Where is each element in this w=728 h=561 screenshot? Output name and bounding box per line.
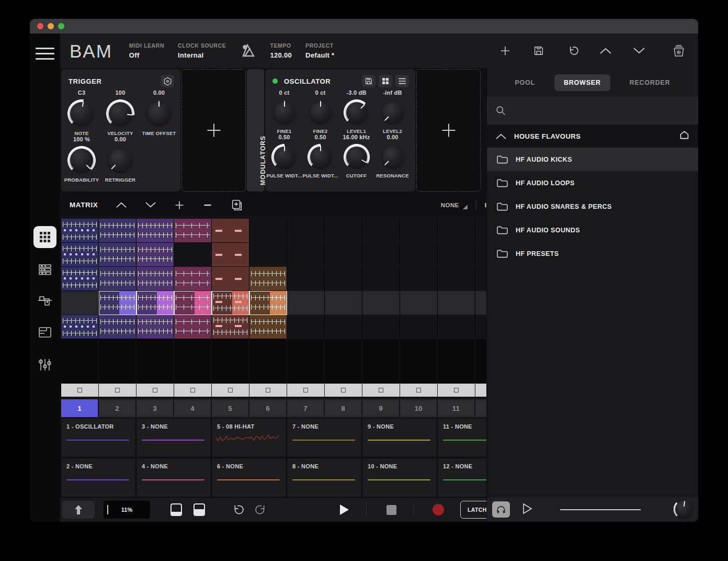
track-pad-8[interactable]: 8 - NONE	[287, 458, 361, 497]
matrix-cell-r1-c8[interactable]	[325, 219, 362, 243]
track-pad-10[interactable]: 10 - NONE	[362, 458, 437, 497]
knob-fine2[interactable]: 0 ct FINE2	[302, 89, 338, 134]
scene-checkbox-8[interactable]	[325, 384, 362, 397]
scene-number-1[interactable]: 1	[61, 399, 98, 417]
matrix-cell-r3-c8[interactable]	[325, 267, 362, 291]
project-control[interactable]: PROJECT Default *	[305, 42, 334, 59]
scene-number-2[interactable]: 2	[99, 399, 135, 417]
matrix-remove-button[interactable]	[202, 200, 213, 210]
matrix-cell-r3-c4[interactable]	[174, 267, 212, 291]
matrix-cell-r1-c4[interactable]	[174, 219, 212, 243]
knob-time-offset[interactable]: 0.00 TIME OFFSET	[140, 89, 178, 136]
scene-checkbox-6[interactable]	[249, 384, 287, 397]
knob-cutoff[interactable]: 16.00 kHz CUTOFF	[338, 134, 374, 178]
scene-number-8[interactable]: 8	[325, 399, 361, 417]
matrix-cell-r4-c2[interactable]	[99, 291, 136, 315]
folder-row-hf-audio-sounds[interactable]: HF AUDIO SOUNDS	[487, 218, 698, 242]
matrix-cell-r4-c10[interactable]	[400, 291, 438, 315]
knob-level2[interactable]: -inf dB LEVEL2	[374, 89, 411, 134]
track-pad-2[interactable]: 2 - NONE	[61, 458, 135, 497]
pack-header-row[interactable]: HOUSE FLAVOURS	[487, 125, 698, 148]
new-project-button[interactable]	[498, 44, 512, 58]
scene-checkbox-10[interactable]	[400, 384, 438, 397]
collapse-panel-button[interactable]	[62, 501, 95, 519]
modular-view-button[interactable]	[33, 290, 56, 312]
matrix-mode-dropdown[interactable]: NONE	[441, 202, 468, 208]
track-pad-4[interactable]: 4 - NONE	[136, 458, 211, 497]
matrix-cell-r4-c11[interactable]	[438, 291, 475, 315]
mixer-view-button[interactable]	[33, 354, 56, 376]
matrix-cell-r3-c5[interactable]	[212, 267, 249, 291]
matrix-cell-r5-c9[interactable]	[362, 315, 400, 339]
matrix-cell-r3-c7[interactable]	[287, 267, 325, 291]
matrix-cell-r3-c11[interactable]	[438, 267, 475, 291]
trigger-settings-icon[interactable]	[161, 75, 174, 87]
matrix-cell-r3-c9[interactable]	[362, 267, 400, 291]
scene-checkbox-3[interactable]	[136, 384, 174, 397]
matrix-cell-r2-c3[interactable]	[136, 243, 174, 267]
matrix-cell-r2-c6[interactable]	[249, 243, 287, 267]
folder-row-hf-presets[interactable]: HF PRESETS	[487, 242, 698, 265]
folder-row-hf-audio-kicks[interactable]: HF AUDIO KICKS	[487, 148, 698, 171]
preview-play-button[interactable]	[521, 502, 533, 517]
matrix-cell-r2-c11[interactable]	[438, 243, 475, 267]
matrix-cell-r5-c7[interactable]	[287, 315, 325, 339]
matrix-cell-r1-c1[interactable]	[61, 219, 99, 243]
knob-fine1[interactable]: 0 ct FINE1	[266, 89, 302, 134]
matrix-cell-r5-c6[interactable]	[249, 315, 287, 339]
collapse-up-button[interactable]	[599, 44, 612, 58]
matrix-cell-r4-c9[interactable]	[362, 291, 400, 315]
matrix-cell-r4-c5[interactable]	[212, 291, 249, 315]
knob-pulse-widt-[interactable]: 0.50 PULSE WIDT...	[266, 134, 302, 178]
minimize-window-button[interactable]	[48, 23, 54, 29]
scene-checkbox-2[interactable]	[99, 384, 136, 397]
tab-recorder[interactable]: RECORDER	[620, 74, 680, 91]
knob-resonance[interactable]: 0.00 RESONANCE	[374, 134, 411, 178]
matrix-cell-r1-c3[interactable]	[136, 219, 174, 243]
matrix-cell-r1-c11[interactable]	[438, 219, 475, 243]
track-pad-7[interactable]: 7 - NONE	[287, 419, 361, 457]
track-pad-5[interactable]: 5 - 08 HI-HAT	[212, 419, 286, 457]
stop-button[interactable]	[383, 501, 399, 519]
matrix-cell-r2-c7[interactable]	[287, 243, 325, 267]
track-pad-6[interactable]: 6 - NONE	[212, 458, 286, 497]
undo-edit-button[interactable]	[229, 501, 245, 519]
matrix-cell-r1-c7[interactable]	[287, 219, 325, 243]
knob-level1[interactable]: -3.0 dB LEVEL1	[338, 89, 374, 134]
bottom-panel-small-icon[interactable]	[168, 501, 184, 519]
scene-number-7[interactable]: 7	[287, 399, 324, 417]
scene-checkbox-4[interactable]	[174, 384, 212, 397]
matrix-cell-r2-c10[interactable]	[400, 243, 438, 267]
menu-icon[interactable]	[36, 44, 54, 63]
scene-number-3[interactable]: 3	[136, 399, 173, 417]
window-titlebar[interactable]	[30, 19, 698, 33]
matrix-cell-r1-c5[interactable]	[212, 219, 249, 243]
matrix-cell-r5-c8[interactable]	[325, 315, 362, 339]
matrix-cell-r3-c6[interactable]	[249, 267, 287, 291]
undo-button[interactable]	[565, 44, 579, 58]
arranger-view-button[interactable]	[33, 321, 56, 343]
redo-edit-button[interactable]	[254, 501, 269, 519]
knob-pulse-widt-[interactable]: 0.50 PULSE WIDT...	[302, 134, 338, 178]
folder-row-hf-audio-loops[interactable]: HF AUDIO LOOPS	[487, 171, 698, 195]
tab-browser[interactable]: BROWSER	[554, 74, 610, 91]
tempo-control[interactable]: TEMPO 120.00	[270, 42, 292, 59]
track-pad-1[interactable]: 1 - OSCILLATOR	[61, 419, 135, 457]
modulators-tab[interactable]: MODULATORS	[247, 69, 264, 192]
matrix-cell-r4-c8[interactable]	[325, 291, 362, 315]
matrix-cell-r2-c5[interactable]	[212, 243, 249, 267]
knob-probability[interactable]: 100 % PROBABILITY	[62, 136, 101, 183]
matrix-cell-r4-c4[interactable]	[174, 291, 212, 315]
midi-learn-control[interactable]: MIDI LEARN Off	[129, 42, 164, 59]
scene-number-5[interactable]: 5	[212, 399, 248, 417]
matrix-cell-r4-c7[interactable]	[287, 291, 325, 315]
matrix-cell-r2-c9[interactable]	[362, 243, 400, 267]
matrix-cell-r2-c1[interactable]	[61, 243, 99, 267]
matrix-duplicate-button[interactable]	[231, 199, 243, 211]
record-button[interactable]	[430, 501, 446, 519]
matrix-add-button[interactable]	[174, 200, 185, 210]
matrix-cell-r5-c10[interactable]	[400, 315, 438, 339]
add-module-slot-2[interactable]	[416, 69, 481, 192]
matrix-cell-r4-c3[interactable]	[136, 291, 174, 315]
scene-checkbox-11[interactable]	[438, 384, 475, 397]
